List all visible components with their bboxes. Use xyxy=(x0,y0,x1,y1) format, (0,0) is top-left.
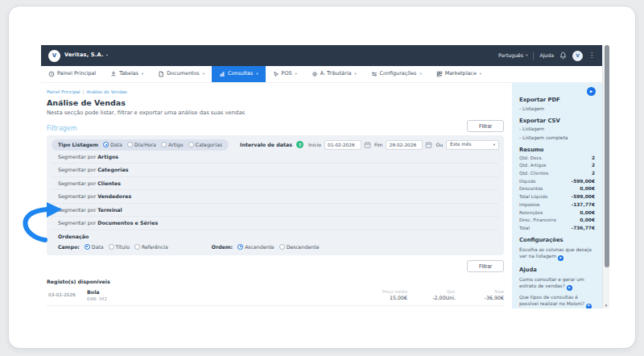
summary-row: Descontos0,00€ xyxy=(519,186,595,192)
help-question-link[interactable]: Que tipos de consultas é possível realiz… xyxy=(519,294,595,308)
pos-pointer-icon xyxy=(273,71,279,77)
ou-label: Ou xyxy=(436,142,443,147)
preset-select[interactable]: Este mês▾ xyxy=(446,140,499,150)
record-date: 03-02-2026 xyxy=(48,292,87,298)
nav-item-pos[interactable]: POS▾ xyxy=(266,66,304,82)
segment-row-artigos[interactable]: Segmentar por Artigos xyxy=(52,151,499,164)
bell-icon[interactable] xyxy=(559,52,567,60)
nav-item-a-tributaria[interactable]: A. Tributária▾ xyxy=(304,66,364,82)
chevron-down-icon: ▾ xyxy=(354,72,356,76)
people-icon xyxy=(110,71,117,77)
breadcrumb-separator: | xyxy=(83,89,85,95)
clock-icon xyxy=(48,71,55,77)
radio-icon[interactable] xyxy=(134,244,140,250)
table-row[interactable]: 03-02-2026 Manutenção Preço médio569,00€… xyxy=(47,306,504,308)
page-title: Análise de Vendas xyxy=(47,98,504,107)
record-name: Bola xyxy=(87,289,107,296)
nav-item-documentos[interactable]: Documentos▾ xyxy=(151,66,212,82)
page-subtitle: Nesta secção pode listar, filtrar e expo… xyxy=(47,110,504,116)
scrollbar-down-arrow[interactable]: ▾ xyxy=(603,303,609,308)
summary-row: Ilíquido-599,00€ xyxy=(519,179,595,184)
video-play-button[interactable]: ▶ xyxy=(587,87,596,96)
radio-icon[interactable] xyxy=(103,142,109,147)
chevron-down-icon: ▾ xyxy=(256,72,258,76)
radio-tipo-categorias[interactable]: Categorias xyxy=(188,142,222,147)
nav-item-painel-principal[interactable]: Painel Principal xyxy=(41,66,103,82)
radio-campo-data[interactable]: Data xyxy=(85,244,104,250)
language-selector[interactable]: Português▾ xyxy=(498,52,527,58)
fim-date-input[interactable] xyxy=(386,140,423,150)
nav-item-consultas[interactable]: Consultas▾ xyxy=(212,66,266,82)
ajuda-title: Ajuda xyxy=(519,267,595,273)
breadcrumb-link-analise[interactable]: Análise de Vendas xyxy=(86,89,126,95)
company-logo-icon[interactable]: V xyxy=(48,50,60,62)
export-pdf-listagem-link[interactable]: - Listagem xyxy=(519,106,595,112)
kebab-menu-icon[interactable]: ⋮ xyxy=(588,52,595,60)
radio-tipo-data[interactable]: Data xyxy=(103,142,122,147)
radio-ordem-ascendente[interactable]: Ascendente xyxy=(237,244,274,250)
nav-item-tabelas[interactable]: Tabelas▾ xyxy=(103,66,151,82)
right-sidebar: ▶ Exportar PDF - Listagem Exportar CSV -… xyxy=(512,83,602,308)
radio-icon[interactable] xyxy=(237,244,243,250)
export-csv-listagem-completa-link[interactable]: - Listagem completa xyxy=(519,135,595,141)
filter-button-bottom[interactable]: Filtrar xyxy=(467,260,504,272)
summary-row: Qtd. Clientes2 xyxy=(519,171,595,176)
scrollbar[interactable]: ▾ xyxy=(602,45,609,308)
table-row[interactable]: 03-02-2026 Bola EAN: 342 Preço médio15,0… xyxy=(47,285,504,307)
chevron-down-icon: ▾ xyxy=(526,53,527,57)
radio-icon[interactable] xyxy=(109,244,114,250)
nav-item-marketplace[interactable]: Marketplace▾ xyxy=(429,66,489,82)
radio-ordem-descendente[interactable]: Descendente xyxy=(279,244,320,250)
breadcrumb-link-painel[interactable]: Painel Principal xyxy=(47,89,80,95)
sliders-icon xyxy=(371,71,378,77)
record-total: -36,90€ xyxy=(469,295,504,301)
segment-row-clientes[interactable]: Segmentar por Clientes xyxy=(52,177,499,191)
col-label-price: Preço médio xyxy=(372,289,407,294)
inicio-date-input[interactable] xyxy=(324,140,361,150)
chevron-down-icon: ▾ xyxy=(480,72,481,76)
help-link[interactable]: Ajuda xyxy=(539,52,554,58)
radio-tipo-artigo[interactable]: Artigo xyxy=(161,142,184,147)
summary-row: Retenções0,00€ xyxy=(519,210,595,216)
chevron-down-icon: ▾ xyxy=(419,72,421,76)
segment-row-vendedores[interactable]: Segmentar por Vendedores xyxy=(52,190,499,204)
chevron-down-icon: ▾ xyxy=(295,72,297,76)
radio-icon[interactable] xyxy=(85,244,90,250)
help-question-link[interactable]: Como consultar e gerar um extrato de ven… xyxy=(519,276,595,292)
grid-icon xyxy=(436,71,443,77)
radio-campo-titulo[interactable]: Título xyxy=(109,244,130,250)
export-csv-title: Exportar CSV xyxy=(519,118,595,124)
export-csv-listagem-link[interactable]: - Listagem xyxy=(519,126,595,132)
segment-row-categorias[interactable]: Segmentar por Categorias xyxy=(52,164,499,177)
radio-tipo-dia-hora[interactable]: Dia/Hora xyxy=(127,142,156,147)
segment-row-terminal[interactable]: Segmentar por Terminal xyxy=(52,204,499,217)
radio-icon[interactable] xyxy=(188,142,194,147)
chevron-down-icon: ▾ xyxy=(142,72,143,76)
segment-row-documentos-series[interactable]: Segmentar por Documentos e Séries xyxy=(52,217,499,230)
record-meta: EAN: 342 xyxy=(87,296,107,301)
calendar-icon[interactable] xyxy=(425,141,432,149)
ordenacao-title: Ordenação xyxy=(52,230,499,242)
chevron-down-icon: ▾ xyxy=(106,53,108,57)
chevron-down-icon: ▾ xyxy=(493,143,495,147)
col-label-qty: Qtd. xyxy=(420,289,456,294)
main-panel: Painel Principal | Análise de Vendas Aná… xyxy=(41,83,512,308)
radio-campo-referencia[interactable]: Referência xyxy=(134,244,168,250)
records-header: Registo(s) disponíveis xyxy=(47,279,504,285)
company-name[interactable]: Veritas, S.A. xyxy=(64,52,104,59)
configuracoes-title: Configurações xyxy=(519,237,595,243)
filter-button-top[interactable]: Filtrar xyxy=(467,120,504,132)
calendar-icon[interactable] xyxy=(364,141,371,149)
tipo-listagem-label: Tipo Listagem xyxy=(58,142,98,148)
help-question-icon[interactable]: ? xyxy=(296,141,303,148)
radio-icon[interactable] xyxy=(161,142,167,147)
radio-icon[interactable] xyxy=(127,142,133,147)
radio-icon[interactable] xyxy=(279,244,285,250)
record-price: 15,00€ xyxy=(372,295,407,301)
info-play-icon[interactable]: ▶ xyxy=(558,255,564,261)
avatar[interactable]: V xyxy=(572,51,583,61)
scrollbar-thumb[interactable] xyxy=(605,45,609,267)
summary-row: Qtd. Docs.2 xyxy=(519,155,595,161)
nav-item-configuracoes[interactable]: Configurações▾ xyxy=(364,66,429,82)
filtragem-section-label: Filtragem xyxy=(47,125,77,133)
